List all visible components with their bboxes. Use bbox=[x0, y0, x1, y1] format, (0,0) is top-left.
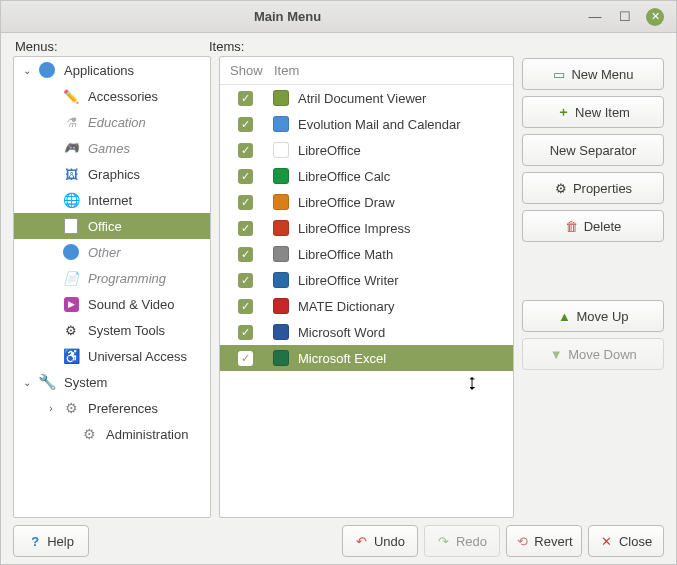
move-up-button[interactable]: ▲Move Up bbox=[522, 300, 664, 332]
app-icon bbox=[270, 348, 292, 368]
tree-row[interactable]: ⌄Applications bbox=[14, 57, 210, 83]
properties-button[interactable]: ⚙Properties bbox=[522, 172, 664, 204]
tree-row[interactable]: 🌐Internet bbox=[14, 187, 210, 213]
app-icon bbox=[270, 192, 292, 212]
undo-button[interactable]: ↶Undo bbox=[342, 525, 418, 557]
show-checkbox[interactable]: ✓ bbox=[220, 325, 270, 340]
show-checkbox[interactable]: ✓ bbox=[220, 169, 270, 184]
menus-tree[interactable]: ⌄Applications✏️Accessories⚗Education🎮Gam… bbox=[13, 56, 211, 518]
item-row[interactable]: ✓MATE Dictionary bbox=[220, 293, 513, 319]
item-label: LibreOffice Impress bbox=[292, 221, 410, 236]
item-row[interactable]: ✓Microsoft Excel bbox=[220, 345, 513, 371]
item-row[interactable]: ✓LibreOffice Math bbox=[220, 241, 513, 267]
maximize-button[interactable]: ☐ bbox=[616, 8, 634, 26]
tree-row[interactable]: ⚙Administration bbox=[14, 421, 210, 447]
tree-row[interactable]: ✏️Accessories bbox=[14, 83, 210, 109]
menu-label: Office bbox=[88, 219, 122, 234]
menu-label: Graphics bbox=[88, 167, 140, 182]
tree-row[interactable]: ▶Sound & Video bbox=[14, 291, 210, 317]
item-row[interactable]: ✓Evolution Mail and Calendar bbox=[220, 111, 513, 137]
plus-menu-icon: ▭ bbox=[552, 67, 566, 81]
revert-button[interactable]: ⟲Revert bbox=[506, 525, 582, 557]
category-icon bbox=[62, 243, 80, 261]
app-icon bbox=[270, 114, 292, 134]
item-row[interactable]: ✓Atril Document Viewer bbox=[220, 85, 513, 111]
items-label: Items: bbox=[209, 39, 662, 54]
expander-icon[interactable]: ⌄ bbox=[20, 377, 34, 388]
show-checkbox[interactable]: ✓ bbox=[220, 221, 270, 236]
tree-row[interactable]: Other bbox=[14, 239, 210, 265]
item-label: LibreOffice bbox=[292, 143, 361, 158]
help-button[interactable]: ?Help bbox=[13, 525, 89, 557]
new-separator-button[interactable]: New Separator bbox=[522, 134, 664, 166]
tree-row[interactable]: ♿Universal Access bbox=[14, 343, 210, 369]
item-row[interactable]: ✓LibreOffice bbox=[220, 137, 513, 163]
menu-label: Education bbox=[88, 115, 146, 130]
items-list[interactable]: Show Item ✓Atril Document Viewer✓Evoluti… bbox=[219, 56, 514, 518]
app-icon bbox=[270, 322, 292, 342]
app-icon bbox=[270, 244, 292, 264]
show-checkbox[interactable]: ✓ bbox=[220, 91, 270, 106]
tree-row[interactable]: ⌄🔧System bbox=[14, 369, 210, 395]
items-body: ✓Atril Document Viewer✓Evolution Mail an… bbox=[220, 85, 513, 371]
item-row[interactable]: ✓LibreOffice Draw bbox=[220, 189, 513, 215]
close-label: Close bbox=[619, 534, 652, 549]
item-row[interactable]: ✓LibreOffice Calc bbox=[220, 163, 513, 189]
tree-row[interactable]: 🎮Games bbox=[14, 135, 210, 161]
tree-row[interactable]: 📄Programming bbox=[14, 265, 210, 291]
tree-row[interactable]: 🖼Graphics bbox=[14, 161, 210, 187]
tree-row[interactable]: ›⚙Preferences bbox=[14, 395, 210, 421]
expander-icon[interactable]: › bbox=[44, 403, 58, 414]
column-item[interactable]: Item bbox=[270, 63, 513, 78]
window-controls: — ☐ ✕ bbox=[574, 8, 676, 26]
menu-label: Administration bbox=[106, 427, 188, 442]
revert-label: Revert bbox=[534, 534, 572, 549]
app-icon bbox=[270, 166, 292, 186]
close-icon: ✕ bbox=[600, 534, 614, 548]
window-title: Main Menu bbox=[1, 9, 574, 24]
minimize-button[interactable]: — bbox=[586, 8, 604, 26]
show-checkbox[interactable]: ✓ bbox=[220, 117, 270, 132]
app-icon bbox=[270, 270, 292, 290]
expander-icon[interactable]: ⌄ bbox=[20, 65, 34, 76]
column-show[interactable]: Show bbox=[220, 63, 270, 78]
redo-label: Redo bbox=[456, 534, 487, 549]
properties-label: Properties bbox=[573, 181, 632, 196]
app-icon bbox=[270, 296, 292, 316]
item-row[interactable]: ✓LibreOffice Impress bbox=[220, 215, 513, 241]
close-button[interactable]: ✕Close bbox=[588, 525, 664, 557]
show-checkbox[interactable]: ✓ bbox=[220, 351, 270, 366]
category-icon: 🖼 bbox=[62, 165, 80, 183]
show-checkbox[interactable]: ✓ bbox=[220, 247, 270, 262]
show-checkbox[interactable]: ✓ bbox=[220, 273, 270, 288]
move-down-label: Move Down bbox=[568, 347, 637, 362]
item-label: LibreOffice Draw bbox=[292, 195, 395, 210]
app-icon bbox=[270, 218, 292, 238]
item-row[interactable]: ✓LibreOffice Writer bbox=[220, 267, 513, 293]
category-icon: ⚙ bbox=[62, 321, 80, 339]
item-label: MATE Dictionary bbox=[292, 299, 395, 314]
item-label: LibreOffice Math bbox=[292, 247, 393, 262]
item-label: Microsoft Word bbox=[292, 325, 385, 340]
new-menu-button[interactable]: ▭New Menu bbox=[522, 58, 664, 90]
new-item-button[interactable]: ＋New Item bbox=[522, 96, 664, 128]
show-checkbox[interactable]: ✓ bbox=[220, 195, 270, 210]
tree-row[interactable]: ⚙System Tools bbox=[14, 317, 210, 343]
category-icon: ⚙ bbox=[80, 425, 98, 443]
tree-row[interactable]: ⚗Education bbox=[14, 109, 210, 135]
close-window-button[interactable]: ✕ bbox=[646, 8, 664, 26]
tree-row[interactable]: Office bbox=[14, 213, 210, 239]
menu-label: Internet bbox=[88, 193, 132, 208]
item-row[interactable]: ✓Microsoft Word bbox=[220, 319, 513, 345]
menu-label: Sound & Video bbox=[88, 297, 175, 312]
menu-label: System bbox=[64, 375, 107, 390]
delete-button[interactable]: 🗑Delete bbox=[522, 210, 664, 242]
menu-label: Applications bbox=[64, 63, 134, 78]
new-item-label: New Item bbox=[575, 105, 630, 120]
show-checkbox[interactable]: ✓ bbox=[220, 299, 270, 314]
menu-label: Preferences bbox=[88, 401, 158, 416]
revert-icon: ⟲ bbox=[515, 534, 529, 548]
show-checkbox[interactable]: ✓ bbox=[220, 143, 270, 158]
menus-label: Menus: bbox=[15, 39, 209, 54]
app-icon bbox=[270, 140, 292, 160]
